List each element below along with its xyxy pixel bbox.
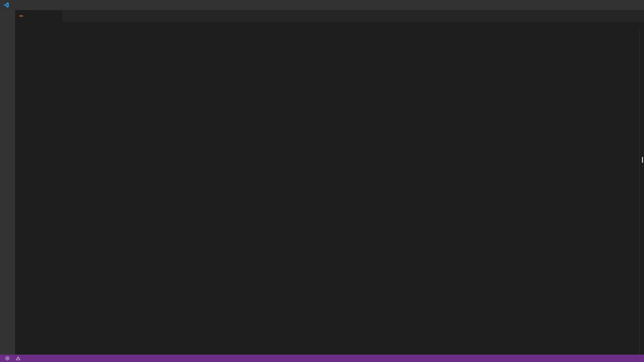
status-bar	[0, 355, 644, 362]
code-editor[interactable]	[15, 30, 644, 355]
tab-index-html[interactable]: <>	[15, 10, 62, 22]
warnings-icon	[14, 356, 22, 361]
html-file-icon: <>	[19, 14, 23, 18]
title-bar	[0, 0, 644, 10]
minimap-border	[639, 30, 640, 355]
right-edge-marker	[642, 157, 643, 163]
errors-icon	[3, 356, 11, 361]
tab-bar: <>	[15, 10, 644, 22]
activity-bar	[0, 10, 15, 355]
tab-close-icon[interactable]	[28, 13, 35, 19]
problems-status[interactable]	[0, 356, 24, 361]
breadcrumb	[15, 22, 644, 30]
vscode-logo-icon	[3, 2, 9, 8]
vscode-window: <>	[0, 0, 644, 362]
minimap[interactable]	[602, 30, 639, 355]
